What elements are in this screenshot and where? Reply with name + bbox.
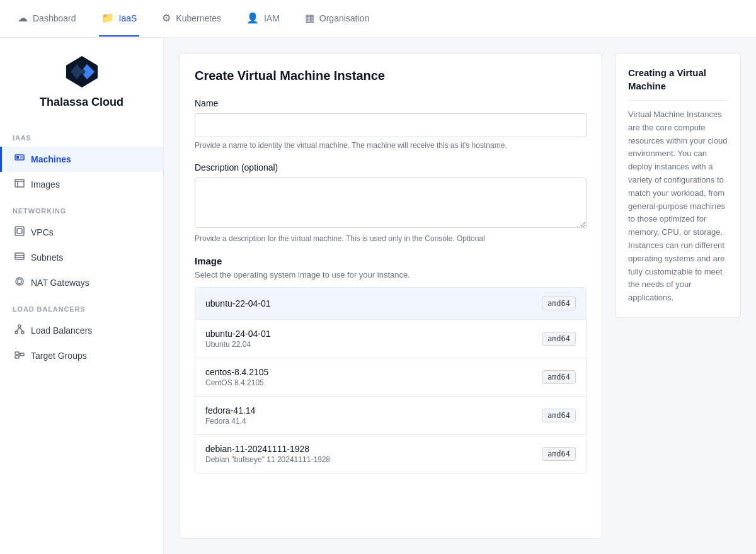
image-info: ubuntu-24-04-01Ubuntu 22.04 [205,329,271,349]
sidebar-section-networking: NETWORKING [0,197,163,220]
kubernetes-icon: ⚙ [162,12,171,24]
sidebar-section-load-balancers: LOAD BALANCERS [0,295,163,318]
svg-line-22 [20,327,23,331]
nat-gateways-icon [14,276,25,289]
name-label: Name [195,98,587,108]
name-section: Name Provide a name to identity the virt… [195,98,587,150]
form-title: Create Virtual Machine Instance [195,69,587,83]
help-divider [628,100,728,101]
nav-iaas[interactable]: 📁 IaaS [99,1,140,37]
image-hint: Select the operating system image to use… [195,270,587,280]
image-name: debian-11-20241111-1928 [205,444,330,454]
nav-organisation-label: Organisation [319,13,369,23]
nav-kubernetes-label: Kubernetes [176,13,221,23]
svg-line-21 [16,327,20,331]
sidebar-item-machines-label: Machines [31,154,71,164]
description-label: Description (optional) [195,162,587,172]
sidebar-item-nat-gateways[interactable]: NAT Gateways [0,270,163,295]
image-name: fedora-41.14 [205,405,255,416]
sidebar-item-load-balancers[interactable]: Load Balancers [0,318,163,343]
brand-logo [63,53,101,91]
svg-point-19 [15,331,18,334]
sidebar-item-target-groups[interactable]: Target Groups [0,343,163,368]
image-info: debian-11-20241111-1928Debian "bullseye"… [205,444,330,464]
iam-icon: 👤 [246,12,259,24]
image-item[interactable]: ubuntu-22-04-01amd64 [195,288,586,320]
main-content: Create Virtual Machine Instance Name Pro… [164,38,756,554]
sidebar-item-target-groups-label: Target Groups [31,351,87,361]
image-sub: Ubuntu 22.04 [205,340,271,349]
sidebar-item-machines[interactable]: Machines [0,147,163,172]
help-body: Virtual Machine Instances are the core c… [628,108,728,305]
sidebar-item-load-balancers-label: Load Balancers [31,325,92,336]
image-item[interactable]: ubuntu-24-04-01Ubuntu 22.04amd64 [195,320,586,358]
machines-icon [14,153,25,166]
image-label: Image [195,256,587,266]
svg-rect-24 [15,356,19,358]
description-section: Description (optional) Provide a descrip… [195,162,587,243]
image-name: centos-8.4.2105 [205,367,268,377]
svg-rect-25 [20,353,24,356]
subnets-icon [14,251,25,264]
form-panel: Create Virtual Machine Instance Name Pro… [179,53,602,539]
image-arch-badge: amd64 [542,297,576,310]
image-list: ubuntu-22-04-01amd64ubuntu-24-04-01Ubunt… [195,287,587,473]
description-hint: Provide a description for the virtual ma… [195,234,587,243]
layout: Thalassa Cloud IAAS Machines Images NETW… [0,38,756,554]
svg-point-20 [21,331,24,334]
svg-rect-14 [15,253,24,259]
nav-items: ☁ Dashboard 📁 IaaS ⚙ Kubernetes 👤 IAM ▦ … [15,1,372,37]
name-input[interactable] [195,113,587,137]
nav-dashboard[interactable]: ☁ Dashboard [15,1,79,37]
target-groups-icon [14,349,25,362]
sidebar-item-vpcs[interactable]: VPCs [0,220,163,245]
organisation-icon: ▦ [305,12,314,24]
images-icon [14,178,25,191]
nav-kubernetes[interactable]: ⚙ Kubernetes [159,1,224,37]
image-arch-badge: amd64 [542,447,576,461]
image-arch-badge: amd64 [542,370,576,384]
help-title: Creating a Virtual Machine [628,66,728,93]
svg-point-18 [18,325,21,327]
svg-line-27 [19,354,20,357]
image-sub: Fedora 41.4 [205,417,255,426]
vpcs-icon [14,226,25,239]
top-nav: ☁ Dashboard 📁 IaaS ⚙ Kubernetes 👤 IAM ▦ … [0,0,756,38]
image-info: ubuntu-22-04-01 [205,298,271,308]
sidebar-brand-name: Thalassa Cloud [40,96,123,109]
image-item[interactable]: debian-11-20241111-1928Debian "bullseye"… [195,435,586,473]
nav-iam[interactable]: 👤 IAM [244,1,282,37]
image-arch-badge: amd64 [542,409,576,422]
nav-iam-label: IAM [264,13,280,23]
image-info: fedora-41.14Fedora 41.4 [205,405,255,426]
name-hint: Provide a name to identity the virtual m… [195,141,587,150]
nav-iaas-label: IaaS [119,13,137,23]
svg-rect-13 [17,229,22,234]
sidebar: Thalassa Cloud IAAS Machines Images NETW… [0,38,164,554]
sidebar-item-subnets-label: Subnets [31,252,63,263]
image-section: Image Select the operating system image … [195,256,587,473]
sidebar-item-images[interactable]: Images [0,172,163,197]
iaas-icon: 📁 [101,12,114,24]
image-item[interactable]: centos-8.4.2105CentOS 8.4.2105amd64 [195,358,586,397]
image-sub: CentOS 8.4.2105 [205,378,268,387]
svg-rect-6 [16,156,19,159]
sidebar-item-subnets[interactable]: Subnets [0,245,163,270]
help-panel: Creating a Virtual Machine Virtual Machi… [615,53,741,318]
sidebar-logo-area: Thalassa Cloud [0,53,163,124]
sidebar-item-images-label: Images [31,179,60,189]
dashboard-icon: ☁ [18,12,28,24]
sidebar-item-vpcs-label: VPCs [31,227,54,237]
load-balancers-icon [14,324,25,337]
image-arch-badge: amd64 [542,332,576,346]
image-name: ubuntu-22-04-01 [205,298,271,308]
image-sub: Debian "bullseye" 11 20241111-1928 [205,455,330,464]
image-item[interactable]: fedora-41.14Fedora 41.4amd64 [195,397,586,435]
svg-rect-23 [15,352,19,354]
nav-dashboard-label: Dashboard [33,13,76,23]
image-info: centos-8.4.2105CentOS 8.4.2105 [205,367,268,387]
svg-rect-9 [15,179,24,187]
nav-organisation[interactable]: ▦ Organisation [302,1,372,37]
description-input[interactable] [195,178,587,228]
sidebar-section-iaas: IAAS [0,124,163,147]
